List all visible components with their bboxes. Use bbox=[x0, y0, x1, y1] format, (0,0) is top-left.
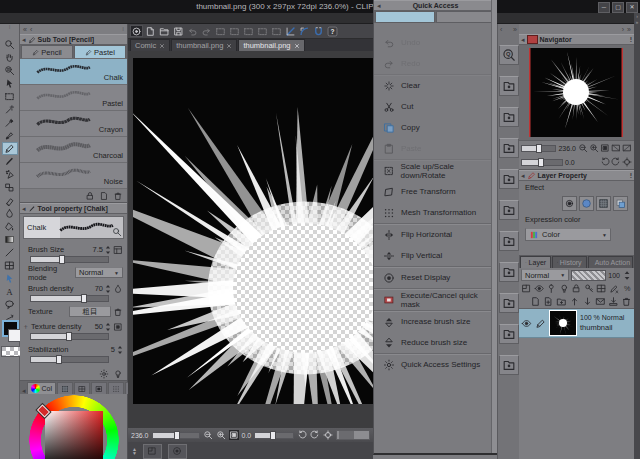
eff-border-icon[interactable] bbox=[562, 196, 577, 211]
frame-icon[interactable] bbox=[596, 283, 607, 294]
texture-trash-icon[interactable] bbox=[113, 307, 123, 317]
mat-folder-icon[interactable] bbox=[499, 293, 519, 313]
toolbar-handle[interactable]: ⁞ bbox=[0, 24, 19, 38]
intermediate-color-tab[interactable] bbox=[108, 382, 124, 394]
panel-menu-icon[interactable]: ⁞ bbox=[630, 36, 632, 43]
close-tab-icon[interactable] bbox=[294, 43, 300, 49]
brush-size-stepper[interactable] bbox=[105, 245, 111, 255]
arrow-down-icon[interactable] bbox=[582, 296, 593, 307]
brush-icon[interactable] bbox=[2, 155, 18, 168]
flipbox-r-icon[interactable] bbox=[622, 143, 632, 153]
texture-density-slider[interactable] bbox=[30, 333, 109, 340]
quick-access-item[interactable]: Copy bbox=[374, 117, 497, 138]
transfer-icon[interactable] bbox=[608, 296, 619, 307]
quick-access-item[interactable]: Reset Display bbox=[374, 267, 497, 289]
move-icon[interactable] bbox=[2, 51, 18, 64]
quick-access-item[interactable]: Redo bbox=[374, 53, 497, 75]
brush-list-item[interactable]: Pastel bbox=[20, 85, 127, 111]
invert-selection-icon[interactable] bbox=[242, 25, 255, 37]
navigator-zoom-slider[interactable] bbox=[521, 145, 556, 152]
rot-ccw-icon[interactable] bbox=[600, 157, 610, 167]
canvas-tab[interactable]: thumbnail.png bbox=[171, 39, 237, 51]
quick-access-item[interactable]: Cut bbox=[374, 96, 497, 117]
collapse-dock-icon[interactable]: › bbox=[622, 26, 624, 33]
page-icon[interactable] bbox=[99, 191, 109, 201]
snap-special-icon[interactable] bbox=[298, 25, 311, 37]
color-set-tab[interactable] bbox=[57, 382, 73, 394]
quick-access-item[interactable]: Paste bbox=[374, 138, 497, 160]
collapse-icon[interactable]: ◂ bbox=[377, 2, 381, 9]
gradient-icon[interactable] bbox=[2, 233, 18, 246]
new-file-icon[interactable] bbox=[144, 25, 157, 37]
zoom-in-icon[interactable] bbox=[589, 143, 599, 153]
preview-zoom-icon[interactable] bbox=[112, 227, 122, 237]
open-file-icon[interactable] bbox=[158, 25, 171, 37]
fit-icon[interactable] bbox=[600, 143, 610, 153]
quick-access-item[interactable]: Flip Horizontal bbox=[374, 224, 497, 245]
mat-folder-icon[interactable] bbox=[499, 107, 519, 127]
reselect-icon[interactable] bbox=[228, 25, 241, 37]
zoom-out-icon[interactable] bbox=[203, 430, 213, 440]
help-icon[interactable]: ? bbox=[326, 25, 339, 37]
texture-density-stepper[interactable] bbox=[105, 322, 111, 332]
clipfold-icon[interactable] bbox=[521, 283, 532, 294]
mat-folder-icon[interactable] bbox=[499, 355, 519, 375]
close-tab-icon[interactable] bbox=[226, 43, 232, 49]
mat-folder-icon[interactable] bbox=[499, 169, 519, 189]
collapse-panel-icon[interactable]: ‹ bbox=[30, 26, 32, 33]
quick-access-item[interactable]: Undo bbox=[374, 32, 497, 53]
lock-icon[interactable] bbox=[85, 191, 95, 201]
minimize-button[interactable]: ─ bbox=[598, 2, 610, 13]
quick-access-item[interactable]: Free Transform bbox=[374, 181, 497, 202]
navigator-rotate-slider[interactable] bbox=[521, 159, 563, 166]
maximize-button[interactable]: ▢ bbox=[612, 2, 624, 13]
eff-extract-icon[interactable] bbox=[613, 196, 628, 211]
collapse-icon[interactable]: ◂ bbox=[22, 36, 26, 43]
rot-cw-icon[interactable] bbox=[611, 157, 621, 167]
key-icon[interactable] bbox=[584, 283, 595, 294]
lock-icon[interactable] bbox=[571, 283, 582, 294]
rotate-cw-icon[interactable] bbox=[310, 430, 320, 440]
scroll-arrows[interactable]: ▲▼ bbox=[132, 447, 137, 455]
show-menu-icon[interactable] bbox=[130, 25, 143, 37]
mat-folder-icon[interactable] bbox=[499, 76, 519, 96]
mat-folder-icon[interactable] bbox=[499, 200, 519, 220]
blend-icon[interactable] bbox=[2, 207, 18, 220]
brush-list-item[interactable]: Charcoal bbox=[20, 137, 127, 163]
q-find-icon[interactable]: Q bbox=[499, 45, 519, 65]
reset-rotation-icon[interactable] bbox=[323, 430, 333, 440]
color-slider-tab[interactable] bbox=[74, 382, 90, 394]
text-icon[interactable]: A bbox=[2, 285, 18, 298]
texture-density-icon[interactable] bbox=[113, 322, 123, 332]
layer-opacity-slider[interactable] bbox=[571, 270, 606, 281]
tool-property-header[interactable]: ◂ Tool property [Chalk] bbox=[20, 203, 127, 214]
canvas-image[interactable] bbox=[133, 58, 373, 404]
close-tab-icon[interactable] bbox=[159, 43, 165, 49]
brush-list-item[interactable]: Noise bbox=[20, 163, 127, 189]
zoom-icon[interactable] bbox=[2, 38, 18, 51]
mat-folder-icon[interactable] bbox=[499, 138, 519, 158]
sub-tool-header[interactable]: ◂ Sub Tool [Pencil] bbox=[20, 34, 127, 45]
folder-plus-icon[interactable] bbox=[556, 296, 567, 307]
right-edge-strip[interactable]: ›» bbox=[634, 13, 640, 459]
redo-icon[interactable] bbox=[200, 25, 213, 37]
texture-button[interactable]: 粗目 bbox=[69, 306, 111, 317]
fill-icon[interactable] bbox=[2, 220, 18, 233]
expand-plus-icon[interactable]: ＋ bbox=[22, 323, 29, 330]
hint-bulb-icon[interactable] bbox=[113, 369, 123, 379]
title-bar[interactable]: thumbnail.png (300 x 297px 72dpi 236.0%)… bbox=[0, 0, 640, 13]
layer-panel-tab[interactable]: Layer bbox=[520, 256, 551, 268]
collapse-icon[interactable]: ◂ bbox=[22, 205, 26, 212]
panel-menu-icon[interactable]: ⁞ bbox=[630, 172, 632, 179]
sub-tool-tab[interactable]: Pencil bbox=[21, 45, 73, 58]
horizontal-scrollbar[interactable] bbox=[336, 430, 370, 440]
brush-size-slider[interactable] bbox=[30, 256, 109, 263]
brush-density-icon[interactable] bbox=[113, 284, 123, 294]
percent-icon[interactable]: % bbox=[622, 283, 633, 294]
quick-access-tab[interactable] bbox=[375, 11, 435, 23]
close-button[interactable]: ✕ bbox=[626, 2, 638, 13]
quick-access-item[interactable]: Flip Vertical bbox=[374, 245, 497, 267]
expand-dock-icon[interactable]: » bbox=[513, 26, 517, 33]
collapse-icon[interactable]: ◂ bbox=[521, 36, 525, 43]
clear-selection-icon[interactable] bbox=[270, 25, 283, 37]
